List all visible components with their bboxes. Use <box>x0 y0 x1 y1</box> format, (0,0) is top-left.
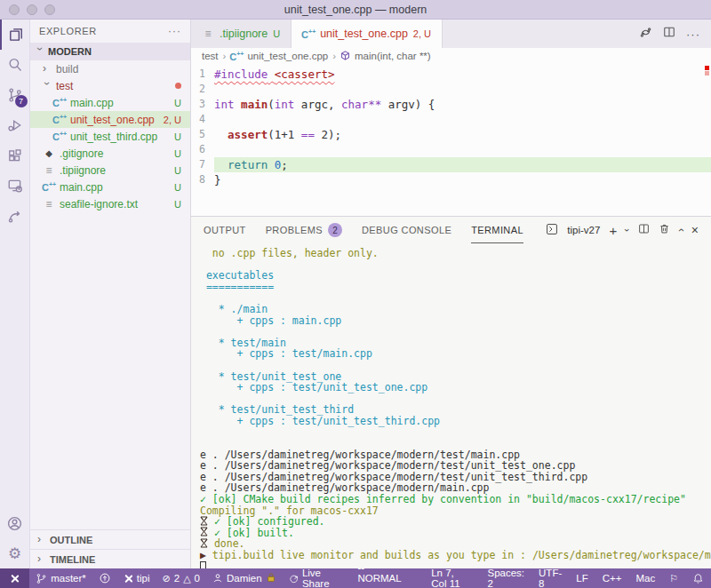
language-mode-item[interactable]: C++ <box>595 573 629 584</box>
cpp-file-icon: C++ <box>53 97 66 108</box>
terminal-cursor <box>200 561 206 568</box>
vim-mode-indicator[interactable]: -- NORMAL -- <box>350 562 408 588</box>
split-editor-icon[interactable] <box>663 26 675 42</box>
account-status-item[interactable]: Damien <box>206 568 283 588</box>
outline-section[interactable]: › OUTLINE <box>30 529 190 549</box>
code-line[interactable]: 7 return 0; <box>191 157 711 172</box>
code-line[interactable]: 5 assert(1+1 == 2); <box>191 127 711 142</box>
file-label: test <box>56 80 73 92</box>
breadcrumb-file[interactable]: unit_test_one.cpp <box>247 51 328 61</box>
breadcrumb-folder[interactable]: test <box>202 51 219 61</box>
tree-row-.gitignore[interactable]: ◆.gitignoreU <box>30 145 190 162</box>
code-line[interactable]: 6 <box>191 142 711 157</box>
cpp-glyph: C++ <box>42 181 56 193</box>
cpp-file-icon: C++ <box>43 181 55 193</box>
terminal-text: * ./main <box>200 304 268 315</box>
terminal-text: + cpps : main.cpp <box>200 315 341 327</box>
code-text <box>214 82 711 97</box>
maximize-panel-icon[interactable]: › <box>675 228 687 232</box>
tipi-status-item[interactable]: tipi <box>117 568 156 588</box>
chevron-right-icon: › <box>37 552 46 565</box>
tab-tipiignore[interactable]: ≡ .tipiignore U <box>191 20 292 48</box>
indentation-item[interactable]: Spaces: 2 <box>480 568 531 588</box>
cpp-plus: ++ <box>60 131 67 137</box>
code-line[interactable]: 2 <box>191 82 711 97</box>
eol-item[interactable]: LF <box>569 573 595 584</box>
cpp-plus: ++ <box>49 181 56 187</box>
tab-problems[interactable]: PROBLEMS 2 <box>266 217 342 243</box>
live-share-button[interactable]: Live Share <box>283 568 351 588</box>
tab-debug-console[interactable]: DEBUG CONSOLE <box>362 217 451 243</box>
terminal-instance-select[interactable]: tipi-v27 <box>567 225 600 235</box>
cpp-plus: ++ <box>60 114 67 120</box>
editor-more-actions-icon[interactable]: ··· <box>686 28 700 41</box>
traffic-lights <box>9 4 55 15</box>
run-debug-icon[interactable] <box>0 110 30 140</box>
breadcrumb-separator: › <box>223 51 227 61</box>
tab-unit-test-one[interactable]: C++ unit_test_one.cpp 2, U <box>292 20 443 48</box>
kill-terminal-icon[interactable] <box>659 223 670 237</box>
zoom-window-button[interactable] <box>44 4 55 15</box>
code-line[interactable]: 8} <box>191 172 711 187</box>
tree-row-main.cpp[interactable]: C++main.cppU <box>30 94 190 111</box>
notifications-bell-icon[interactable] <box>685 573 711 584</box>
timeline-section[interactable]: › TIMELINE <box>30 549 190 568</box>
tipi-share-icon[interactable] <box>0 201 30 231</box>
explorer-more-actions-icon[interactable]: ··· <box>168 25 181 37</box>
split-panel-icon[interactable] <box>638 223 650 237</box>
terminal-dropdown-icon[interactable]: › <box>622 228 633 232</box>
explorer-icon[interactable] <box>0 20 30 50</box>
tab-problem-badge: 2, U <box>413 28 431 39</box>
cursor-position-item[interactable]: Ln 7, Col 11 <box>424 568 473 588</box>
publish-changes-button[interactable] <box>92 568 117 588</box>
token: return <box>228 158 268 171</box>
open-changes-icon[interactable] <box>639 26 652 43</box>
extensions-icon[interactable] <box>0 140 30 171</box>
terminal-output[interactable]: no .cpp files, header only. executables … <box>191 243 711 568</box>
terminal-text: ▶ <box>200 550 206 561</box>
remote-indicator[interactable] <box>0 568 29 588</box>
code-editor[interactable]: 1#include <cassert>23int main(int argc, … <box>191 64 711 216</box>
tree-row-build[interactable]: ›build <box>30 60 190 77</box>
close-window-button[interactable] <box>9 4 20 15</box>
breadcrumb-symbol[interactable]: main(int, char **) <box>355 51 431 61</box>
tree-row-unit_test_third.cpp[interactable]: C++unit_test_third.cppU <box>30 128 190 145</box>
token: 2); <box>315 128 341 141</box>
terminal-line <box>200 438 711 449</box>
tree-row-unit_test_one.cpp[interactable]: C++unit_test_one.cpp2, U <box>30 111 190 128</box>
minimize-window-button[interactable] <box>27 4 37 15</box>
settings-gear-icon[interactable]: ⚙ <box>0 538 30 568</box>
workspace-root-row[interactable]: › MODERN <box>30 43 190 60</box>
explorer-title: EXPLORER <box>39 26 97 36</box>
tab-label: .tipiignore <box>220 28 268 40</box>
timeline-label: TIMELINE <box>50 554 95 565</box>
tree-row-.tipiignore[interactable]: ≡.tipiignoreU <box>30 162 190 179</box>
close-panel-icon[interactable]: × <box>691 223 699 237</box>
code-line[interactable]: 3int main(int argc, char** argv) { <box>191 97 711 112</box>
problems-status-item[interactable]: ⊘ 2 △ 0 <box>156 568 207 588</box>
feedback-icon[interactable]: ⚐ <box>662 573 685 584</box>
tree-row-test[interactable]: ›test <box>30 77 190 94</box>
git-branch-item[interactable]: master* <box>29 568 92 588</box>
tree-row-seafile-ignore.txt[interactable]: ≡seafile-ignore.txtU <box>30 195 190 212</box>
file-tree: ›build›testC++main.cppUC++unit_test_one.… <box>30 60 190 212</box>
new-terminal-icon[interactable]: + <box>609 223 617 238</box>
source-control-icon[interactable]: 7 <box>0 80 30 110</box>
code-tokens: } <box>214 173 221 187</box>
encoding-item[interactable]: UTF-8 <box>531 568 569 588</box>
search-icon[interactable] <box>0 50 30 80</box>
tab-terminal[interactable]: TERMINAL <box>471 217 523 243</box>
person-icon <box>212 573 223 584</box>
token: int <box>275 98 295 111</box>
terminal-text: + cpps : test/unit_test_one.cpp <box>200 382 427 393</box>
error-count: 2 <box>174 573 180 584</box>
remote-explorer-icon[interactable] <box>0 171 30 201</box>
code-line[interactable]: 4 <box>191 112 711 127</box>
branch-name: master* <box>51 573 86 584</box>
code-line[interactable]: 1#include <cassert> <box>191 67 711 82</box>
terminal-line: ✓ [ok] built. <box>200 528 711 539</box>
account-icon[interactable] <box>0 508 30 538</box>
tree-row-main.cpp[interactable]: C++main.cppU <box>30 179 190 195</box>
os-item[interactable]: Mac <box>628 573 662 584</box>
tab-output[interactable]: OUTPUT <box>204 217 246 243</box>
